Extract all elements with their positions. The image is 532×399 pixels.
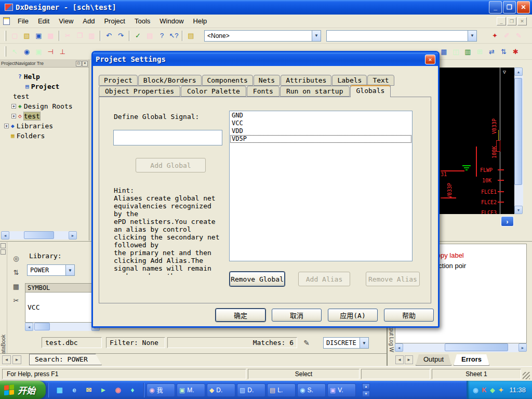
menu-help[interactable]: Help (189, 15, 212, 27)
tab-run-on-startup[interactable]: Run on startup (280, 86, 350, 97)
tab-output[interactable]: Output (416, 354, 451, 366)
symbol-row-blank-2[interactable] (25, 312, 99, 322)
strip-close-icon[interactable] (1, 249, 6, 255)
tree-item-project[interactable]: ▤ Project (0, 82, 89, 91)
output-hscrollbar[interactable]: ◄ ► (395, 343, 527, 352)
settings-icon[interactable]: ✱ (510, 46, 522, 57)
expander-icon[interactable]: + (11, 104, 16, 109)
tree-item-test[interactable]: + ◇ test (0, 111, 89, 121)
symbol-list-hscrollbar[interactable]: ◄ ► (25, 323, 100, 331)
scroll-down-icon[interactable]: ▼ (514, 206, 523, 214)
ql-player-icon[interactable]: ► (99, 385, 108, 395)
tab-attributes[interactable]: Attributes (281, 75, 331, 86)
ql-msn-icon[interactable]: ♦ (128, 385, 137, 395)
tab-scroll-right-icon[interactable]: ► (12, 355, 21, 364)
scrollbar-thumb[interactable] (445, 343, 508, 351)
swap-icon[interactable]: ⇅ (10, 267, 22, 277)
check-icon[interactable]: ✓ (132, 30, 144, 42)
tray-shield-icon[interactable]: ◆ (490, 387, 495, 394)
scroll-up-icon[interactable]: ▲ (362, 383, 370, 390)
mdi-minimize-button[interactable]: _ (497, 17, 506, 25)
ground-icon[interactable]: ⊥ (57, 46, 69, 57)
tab-search-power[interactable]: Search: POWER (29, 354, 102, 365)
add-sheet-icon[interactable]: ⊞ (474, 46, 486, 57)
updown-icon[interactable]: ⇅ (498, 46, 510, 57)
global-item-vcc[interactable]: VCC (230, 119, 411, 127)
pin-icon[interactable]: ⊣ (45, 46, 57, 57)
block-icon[interactable]: ▣ (33, 46, 45, 57)
menu-window[interactable]: Window (155, 15, 188, 27)
tab-nets[interactable]: Nets (254, 75, 280, 86)
toolbar-grip[interactable] (5, 31, 6, 41)
open-icon[interactable]: ▧ (21, 30, 33, 42)
scroll-right-icon[interactable]: ► (69, 231, 77, 240)
remove-global-button[interactable]: Remove Global (230, 272, 285, 286)
menu-add[interactable]: Add (78, 15, 99, 27)
scrollbar-thumb[interactable] (514, 78, 522, 185)
discrete-combo[interactable]: DISCRETE ▼ (323, 337, 369, 349)
junction-icon[interactable]: ◉ (21, 46, 33, 57)
global-item-vdd[interactable]: VDD (230, 127, 411, 135)
tab-text[interactable]: Text (367, 75, 394, 86)
swap-icon[interactable]: ⇄ (486, 46, 498, 57)
ql-ie-icon[interactable]: e (70, 385, 79, 395)
ok-button[interactable]: 确定 (216, 309, 265, 322)
library-combo[interactable]: POWER ▼ (27, 264, 75, 276)
scrollbar-thumb[interactable] (34, 323, 50, 330)
edit-icon[interactable]: ✎ (301, 338, 312, 348)
symbol-row-vcc[interactable]: VCC (25, 302, 99, 312)
canvas-vscrollbar[interactable]: ▲ ▼ (514, 68, 523, 214)
close-button[interactable]: ✕ (517, 1, 530, 14)
tab-scroll-right-icon[interactable]: ► (405, 355, 413, 364)
scrollbar-track[interactable] (33, 323, 91, 331)
scrollbar-track[interactable] (9, 231, 69, 240)
sep-icon-1[interactable] (59, 31, 60, 41)
symbol-row-blank-1[interactable] (25, 292, 99, 302)
component-icon[interactable]: ▥ (462, 46, 474, 57)
scrollbar-track[interactable] (403, 343, 518, 352)
mdi-close-button[interactable]: ✕ (517, 17, 527, 25)
dialog-close-button[interactable]: ✕ (425, 55, 435, 64)
select-icon[interactable]: ↖ (9, 46, 21, 57)
tab-scroll-left-icon[interactable]: ◄ (395, 355, 404, 364)
sep-icon-2[interactable] (100, 31, 101, 41)
expander-icon[interactable]: + (11, 114, 16, 118)
global-item-vd5p[interactable]: VD5P (230, 135, 411, 143)
pen-icon[interactable]: ✎ (513, 30, 525, 42)
pencil-icon[interactable]: ✐ (501, 30, 513, 42)
tab-labels[interactable]: Labels (332, 75, 367, 86)
none-combo[interactable]: <None> ▼ (204, 30, 321, 42)
chevron-down-icon[interactable]: ▼ (65, 265, 74, 275)
restore-button[interactable]: ❐ (503, 1, 516, 14)
menu-project[interactable]: Project (99, 15, 129, 27)
tray-antivirus-icon[interactable]: K (482, 387, 486, 394)
tab-block-borders[interactable]: Block/Borders (138, 75, 202, 86)
cut-icon[interactable]: ✂ (62, 30, 74, 42)
sheet-icon[interactable]: ▤ (185, 30, 197, 42)
scroll-left-icon[interactable]: ◄ (25, 323, 33, 331)
chevron-down-icon[interactable]: ▼ (360, 338, 368, 348)
tree-item-folders[interactable]: ▦ Folders (0, 131, 89, 141)
scissors-icon[interactable]: ✂ (10, 295, 22, 305)
tree-item-libraries[interactable]: + ◆ Libraries (0, 121, 89, 131)
tab-object-properties[interactable]: Object Properties (99, 86, 180, 97)
tab-errors[interactable]: Errors (454, 354, 489, 366)
print-icon[interactable]: ▩ (45, 30, 57, 42)
redo-icon[interactable]: ↷ (115, 30, 127, 42)
grid-icon[interactable]: ▦ (438, 46, 450, 57)
tab-globals[interactable]: Globals (350, 85, 391, 97)
chevron-down-icon[interactable]: ▼ (468, 31, 476, 41)
scroll-down-icon[interactable]: ▼ (362, 391, 370, 397)
help-button[interactable]: 帮助 (384, 309, 434, 322)
task-l[interactable]: ▤ L. (267, 383, 296, 397)
tab-components[interactable]: Components (202, 75, 253, 86)
report-icon[interactable]: ▤ (144, 30, 156, 42)
globals-listbox[interactable]: GNDVCCVDDVD5P (229, 111, 413, 261)
task-qq[interactable]: ◉ 我 (147, 383, 175, 397)
tab-project[interactable]: Project (99, 75, 138, 86)
table-icon[interactable]: ▦ (10, 281, 22, 291)
resize-grip[interactable] (523, 372, 530, 379)
cancel-button[interactable]: 取消 (272, 309, 322, 322)
paste-icon[interactable]: ▥ (86, 30, 98, 42)
navigator-close-button[interactable]: ✕ (82, 61, 88, 66)
